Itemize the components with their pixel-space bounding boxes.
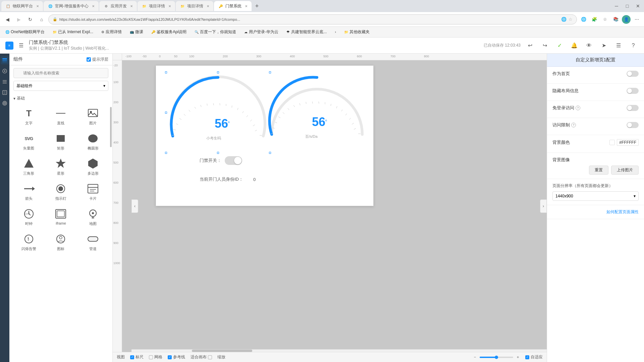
grid-checkbox[interactable]: 网格 [149,354,162,360]
bookmark-onenet[interactable]: 🌐 OneNet物联网平台 [3,28,47,36]
address-bar[interactable]: 🔒 https://studio.iot.aliyun.com/web/a123… [48,14,577,24]
collapse-icon[interactable]: ▾ [13,96,15,101]
extension-icon-4[interactable]: 📚 [611,15,621,24]
h-scrollbar[interactable] [131,349,547,352]
tab-3[interactable]: ⚙ 应用开发 ✕ [99,1,137,11]
extension-icon-2[interactable]: 🧩 [590,15,599,24]
canvas-nav-left[interactable]: ‹ [131,199,138,213]
h-scrollbar-thumb[interactable] [192,350,252,352]
component-item-indicator[interactable]: 指示灯 [46,180,76,204]
forward-button[interactable]: ▶ [14,15,23,24]
bgcolor-picker[interactable]: #FFFFFF [609,139,639,146]
toggle-switch[interactable] [225,156,242,165]
tab-close-1[interactable]: ✕ [36,4,39,8]
reset-button[interactable]: 重置 [589,166,608,175]
resize-handle-bm[interactable] [217,152,219,154]
access-toggle[interactable] [627,122,639,128]
toggle-widget[interactable]: 门禁开关： [200,156,242,165]
hidelayout-toggle[interactable] [627,88,639,94]
bookmark-others[interactable]: 📁 其他收藏夹 [341,28,372,36]
component-item-triangle[interactable]: 三角形 [13,155,44,179]
help-button[interactable]: ? [628,40,639,51]
back-button[interactable]: ◀ [3,15,12,24]
view-label[interactable]: 视图 [117,354,125,360]
component-item-clock[interactable]: 11:01 时钟 [13,205,44,229]
bookmark-ie[interactable]: 📁 已从 Internet Expl... [50,28,96,36]
freelogin-info-icon[interactable]: ? [576,106,580,110]
component-item-rect[interactable]: 矩形 [46,130,76,154]
bookmark-cloud[interactable]: 🌩 共建智能世界云底... [284,28,329,36]
maximize-button[interactable]: □ [623,1,632,11]
refresh-button[interactable]: ↻ [25,15,35,24]
undo-button[interactable]: ↩ [525,40,535,51]
tab-4[interactable]: 📁 项目详情 ✕ [138,1,175,11]
component-item-iconwidget[interactable]: 图标 [46,230,76,254]
resize-handle-tm[interactable] [217,71,219,73]
sidebar-icon-target[interactable] [1,99,9,107]
component-item-iframe[interactable]: iframe [46,205,76,229]
freelogin-toggle[interactable] [627,105,639,111]
canvas-nav-right[interactable]: › [540,199,547,213]
component-item-ellipse[interactable]: 椭圆形 [77,130,108,154]
tab-6[interactable]: 🔑 门禁系统 ✕ [214,1,252,11]
new-tab-button[interactable]: + [252,1,262,11]
tab-close-4[interactable]: ✕ [168,4,171,8]
how-to-config-link[interactable]: 如何配置页面属性 [606,209,639,214]
extension-icon-3[interactable]: ☆ [600,15,610,24]
zoom-track[interactable] [480,357,513,358]
bookmark-more[interactable]: › [332,29,338,35]
search-input[interactable] [13,68,108,78]
bookmark-auth[interactable]: 🔑 鉴权服务Api说明 [149,28,189,36]
component-item-polygon[interactable]: 多边形 [77,155,108,179]
access-info-icon[interactable]: ? [571,123,576,127]
component-item-pipe[interactable]: 管道 [77,230,108,254]
translate-icon[interactable]: 🌐 [561,17,567,22]
tab-2[interactable]: 🌐 官网-增值服务中心 ✕ [44,1,99,11]
component-item-image[interactable]: 图片 [77,105,108,128]
resize-handle-ml[interactable] [165,112,167,114]
color-swatch[interactable] [609,140,615,145]
component-item-card[interactable]: 卡片 [77,180,108,204]
tab-close-5[interactable]: ✕ [207,4,209,8]
bookmark-huawei[interactable]: ☁ 用户登录-华为云 [241,28,281,36]
more-button[interactable]: ⋯ [632,15,641,24]
redo-button[interactable]: ↪ [539,40,550,51]
resize-handle-tl[interactable] [165,71,167,73]
tab-close-2[interactable]: ✕ [92,4,95,8]
minimize-button[interactable]: ─ [612,1,621,11]
scale-checkbox[interactable]: ✓ 标尺 [130,354,144,360]
tab-5[interactable]: 📁 项目详情 ✕ [176,1,213,11]
sidebar-icon-timeline[interactable] [1,78,9,86]
zoom-thumb[interactable] [495,356,498,359]
component-item-map[interactable]: 地图 [77,205,108,229]
bookmark-icon[interactable]: ☆ [569,17,573,22]
gauge-widget-1[interactable]: 56 ° 小考生吗 [166,72,270,153]
sidebar-icon-shapes[interactable] [1,67,9,75]
id-widget[interactable]: 当前开门人员身份ID： 0 [200,176,256,182]
canvas-viewport[interactable]: ‹ › [122,60,547,352]
component-item-arrow[interactable]: 箭头 [13,180,44,204]
zoom-slider[interactable]: － ＋ [473,354,520,360]
reference-checkbox[interactable]: ✓ 参考线 [168,354,185,360]
bookmark-app[interactable]: ⚙ 应用详情 [99,28,124,36]
profile-avatar[interactable]: 👤 [622,15,631,24]
component-item-star[interactable]: 星形 [46,155,76,179]
bookmark-course[interactable]: 📺 微课 [127,28,146,36]
home-button[interactable]: ⌂ [37,15,46,24]
sidebar-icon-list[interactable] [1,88,9,97]
fit-canvas-checkbox[interactable]: 适合画布 [191,354,212,360]
tab-close-3[interactable]: ✕ [130,4,133,8]
upload-button[interactable]: 上传图片 [611,166,639,175]
component-item-alert[interactable]: ! 闪烁告警 [13,230,44,254]
bell-button[interactable]: 🔔 [569,40,580,51]
homepage-toggle[interactable] [627,71,639,77]
zoom-minus-button[interactable]: － [473,354,477,360]
component-dropdown[interactable]: 基础组件 ▾ [13,81,108,91]
menu-toggle[interactable]: ☰ [19,42,23,49]
bookmark-baidu[interactable]: 🔍 百度一下，你就知道 [192,28,239,36]
component-item-svg[interactable]: SVG 矢量图 [13,130,44,154]
resize-handle-bl[interactable] [165,152,167,154]
component-item-line[interactable]: 直线 [46,105,76,128]
sidebar-icon-layers[interactable] [1,56,9,64]
layer-checkbox[interactable]: 提示浮层 [87,57,108,62]
